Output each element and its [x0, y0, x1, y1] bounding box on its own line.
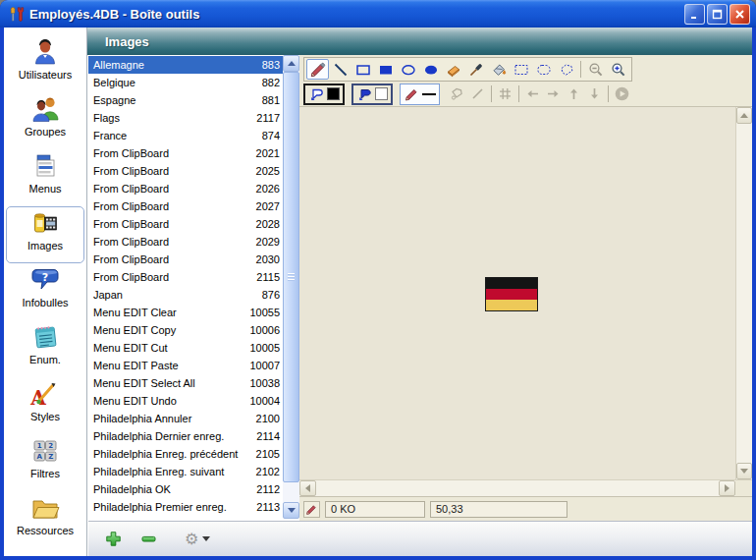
list-item[interactable]: From ClipBoard 2025: [88, 162, 283, 180]
tool-filled-ellipse[interactable]: [419, 59, 442, 80]
drawing-canvas[interactable]: [299, 107, 735, 479]
sidebar-item-groupes[interactable]: Groupes: [6, 92, 84, 149]
tool-ellipse[interactable]: [397, 59, 419, 80]
list-item[interactable]: Menu EDIT Copy 10006: [88, 321, 283, 339]
sidebar-item-styles[interactable]: A Styles: [6, 377, 84, 434]
arrow-down-icon: [740, 469, 748, 474]
sidebar-item-images[interactable]: Images: [6, 206, 84, 263]
scrollbar-thumb[interactable]: [283, 72, 299, 482]
list-item[interactable]: Menu EDIT Cut 10005: [88, 339, 283, 357]
list-item[interactable]: From ClipBoard 2030: [88, 251, 283, 268]
canvas-scroll-right-button[interactable]: [719, 480, 735, 496]
tool-eraser[interactable]: [442, 59, 464, 80]
image-name: Philadelphia Enreg. précédent: [88, 448, 256, 460]
tool-line[interactable]: [329, 59, 351, 80]
list-item[interactable]: From ClipBoard 2027: [88, 197, 283, 215]
tool-select-lasso[interactable]: [555, 59, 577, 80]
tool-rectangle[interactable]: [351, 59, 374, 80]
image-id: 2100: [256, 413, 283, 424]
list-item[interactable]: Philadelphia Enreg. suivant 2102: [88, 463, 283, 480]
list-item[interactable]: Menu EDIT Paste 10007: [88, 357, 283, 374]
tool-eyedropper[interactable]: [464, 59, 487, 80]
image-id: 2027: [256, 200, 283, 212]
scrollbar-corner: [735, 480, 752, 496]
list-item[interactable]: Philadelphia Annuler 2100: [88, 410, 283, 427]
tool-pencil[interactable]: [306, 59, 329, 80]
image-name: Menu EDIT Paste: [88, 360, 249, 371]
tool-zoom-in[interactable]: [607, 59, 629, 80]
folder-icon: [29, 492, 61, 524]
tool-select-rectangle[interactable]: [510, 59, 532, 80]
tool-select-rounded[interactable]: [532, 59, 555, 80]
arrow-down-icon: [586, 85, 603, 102]
image-id: 10006: [249, 324, 283, 336]
list-item[interactable]: France 874: [88, 127, 283, 144]
maximize-button[interactable]: [707, 4, 728, 25]
sidebar-item-enum[interactable]: Enum.: [6, 320, 84, 377]
sidebar-item-infobulles[interactable]: ? Infobulles: [6, 263, 84, 320]
image-list-rows: Allemagne 883 Belgique 882 Espagne 881 F…: [88, 56, 283, 516]
window-title: Employés.4DB - Boîte outils: [29, 7, 684, 22]
tool-paint-bucket[interactable]: [487, 59, 510, 80]
list-scrollbar[interactable]: [283, 55, 299, 519]
scroll-up-button[interactable]: [283, 55, 299, 72]
tool-group-shapes: [303, 57, 632, 82]
sidebar-item-filtres[interactable]: 12AZ Filtres: [6, 434, 84, 491]
canvas-scroll-left-button[interactable]: [299, 480, 316, 496]
line-width-button[interactable]: [400, 84, 440, 105]
move-left-button: [522, 84, 543, 104]
list-item[interactable]: Menu EDIT Clear 10055: [88, 304, 283, 321]
image-id: 883: [262, 59, 283, 71]
sidebar-item-utilisateurs[interactable]: Utilisateurs: [6, 35, 84, 92]
tool-filled-rectangle[interactable]: [374, 59, 397, 80]
list-item[interactable]: Espagne 881: [88, 91, 283, 109]
list-item[interactable]: Flags 2117: [88, 109, 283, 127]
svg-text:?: ?: [42, 271, 48, 284]
image-id: 2112: [256, 483, 283, 495]
list-item[interactable]: Philadelphia Premier enreg. 2113: [88, 498, 283, 516]
image-id: 2105: [256, 448, 283, 460]
image-size-field: 0 KO: [325, 501, 425, 518]
actions-menu-button[interactable]: ⚙: [185, 532, 210, 547]
list-item[interactable]: Menu EDIT Select All 10038: [88, 374, 283, 392]
foreground-color-button[interactable]: [303, 84, 345, 105]
minimize-button[interactable]: [684, 4, 705, 25]
line-width-sample: [422, 93, 436, 95]
list-item[interactable]: Japan 876: [88, 286, 283, 304]
remove-button[interactable]: [137, 529, 159, 550]
menu-widget-icon: [29, 150, 61, 182]
list-item[interactable]: From ClipBoard 2021: [88, 144, 283, 162]
scrollbar-track[interactable]: [316, 480, 719, 496]
close-button[interactable]: [729, 4, 750, 25]
canvas-scroll-up-button[interactable]: [736, 107, 752, 124]
list-item[interactable]: From ClipBoard 2026: [88, 180, 283, 197]
list-item[interactable]: Philadelphia OK 2112: [88, 480, 283, 498]
panel-title: Images: [87, 34, 149, 49]
scroll-down-button[interactable]: [283, 502, 299, 519]
sidebar-item-menus[interactable]: Menus: [6, 149, 84, 206]
canvas-scroll-down-button[interactable]: [736, 463, 752, 479]
sidebar-item-ressources[interactable]: Ressources: [6, 491, 84, 548]
list-item[interactable]: Menu EDIT Undo 10004: [88, 392, 283, 410]
image-name: From ClipBoard: [88, 200, 256, 212]
canvas-vertical-scrollbar[interactable]: [735, 107, 752, 479]
add-button[interactable]: [102, 529, 124, 550]
image-id: 2029: [256, 236, 283, 248]
sidebar-item-label: Styles: [30, 411, 60, 422]
list-item[interactable]: Philadelphia Enreg. précédent 2105: [88, 445, 283, 463]
image-list: Allemagne 883 Belgique 882 Espagne 881 F…: [88, 55, 299, 519]
list-item[interactable]: Philadelphia Dernier enreg. 2114: [88, 427, 283, 445]
image-name: Menu EDIT Clear: [88, 307, 249, 318]
canvas-horizontal-scrollbar[interactable]: [299, 479, 752, 496]
image-id: 874: [262, 130, 283, 141]
list-item[interactable]: Allemagne 883: [88, 56, 283, 74]
image-id: 10055: [249, 307, 283, 318]
background-color-button[interactable]: [351, 84, 393, 105]
grid-button: [495, 84, 515, 104]
users-icon: [29, 93, 61, 125]
list-item[interactable]: Belgique 882: [88, 74, 283, 91]
window-titlebar[interactable]: Employés.4DB - Boîte outils: [0, 0, 756, 28]
list-item[interactable]: From ClipBoard 2028: [88, 215, 283, 233]
list-item[interactable]: From ClipBoard 2029: [88, 233, 283, 251]
list-item[interactable]: From ClipBoard 2115: [88, 268, 283, 286]
